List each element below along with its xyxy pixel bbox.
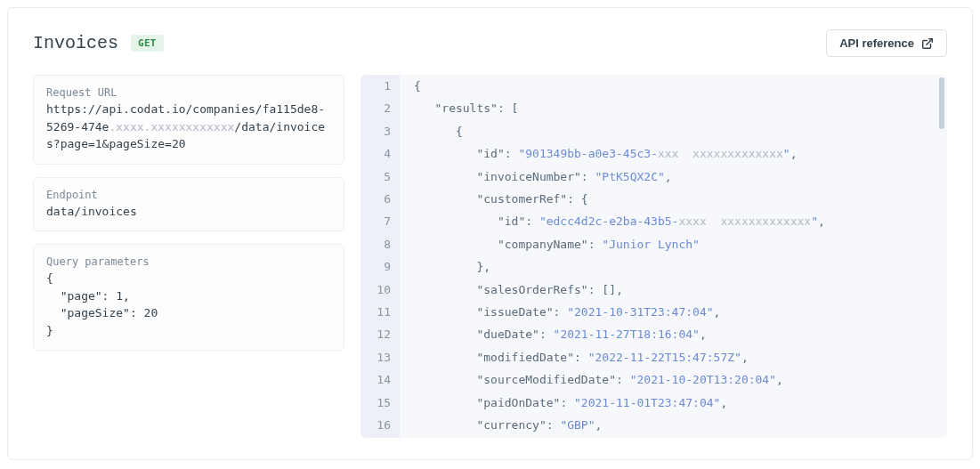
line-number: 7 [360,210,391,232]
query-params-card: Query parameters { "page": 1, "pageSize"… [33,244,344,351]
line-number: 9 [360,255,391,278]
endpoint-card: Endpoint data/invoices [33,177,344,232]
code-line: "sourceModifiedDate": "2021-10-20T13:20:… [414,368,940,391]
code-line: "dueDate": "2021-11-27T18:16:04", [414,323,940,345]
endpoint-label: Endpoint [46,189,331,201]
line-number: 15 [360,392,391,414]
left-column: Request URL https://api.codat.io/compani… [33,75,344,438]
code-line: }, [414,255,940,278]
code-line: "issueDate": "2021-10-31T23:47:04", [414,301,940,323]
code-line: { [414,120,940,142]
line-number: 6 [360,188,391,210]
header-left: Invoices GET [33,33,164,53]
line-number: 10 [360,279,391,301]
code-line: "invoiceNumber": "PtK5QX2C", [414,166,940,188]
page-title: Invoices [33,33,118,53]
query-params-value: { "page": 1, "pageSize": 20 } [46,270,331,339]
method-badge: GET [131,35,164,52]
code-line: "id": "901349bb-a0e3-45c3-xxx xxxxxxxxxx… [414,142,940,165]
request-url-value: https://api.codat.io/companies/fa115de8-… [46,101,331,153]
endpoint-value: data/invoices [46,203,331,221]
response-panel: 12345678910111213141516 { "results": [ {… [360,75,947,438]
line-number: 3 [360,120,391,142]
code-line: "customerRef": { [414,188,940,210]
line-number: 5 [360,166,391,188]
code-view[interactable]: 12345678910111213141516 { "results": [ {… [360,75,947,438]
line-number: 14 [360,368,391,391]
code-line: "currency": "GBP", [414,414,940,436]
request-url-card: Request URL https://api.codat.io/compani… [33,75,344,165]
redacted-segment: .xxxx.xxxxxxxxxxxx [109,120,234,133]
line-number: 1 [360,75,391,97]
line-number: 11 [360,301,391,323]
line-number: 12 [360,323,391,345]
code-line: "salesOrderRefs": [], [414,279,940,301]
scrollbar-thumb[interactable] [939,77,944,129]
svg-line-0 [927,38,932,44]
header: Invoices GET API reference [33,29,947,57]
code-line: { [414,75,940,97]
line-number: 8 [360,233,391,255]
query-params-label: Query parameters [46,255,331,268]
request-url-label: Request URL [46,86,331,99]
line-number: 4 [360,142,391,165]
line-number: 16 [360,414,391,436]
code-lines: { "results": [ { "id": "901349bb-a0e3-45… [400,75,940,438]
api-reference-label: API reference [839,36,914,50]
api-reference-button[interactable]: API reference [826,29,947,57]
line-gutter: 12345678910111213141516 [360,75,400,438]
external-link-icon [921,37,934,50]
code-line: "companyName": "Junior Lynch" [414,233,940,255]
code-line: "results": [ [414,97,940,119]
line-number: 2 [360,97,391,119]
code-line: "modifiedDate": "2022-11-22T15:47:57Z", [414,346,940,368]
api-panel: Invoices GET API reference Request URL h… [7,7,973,460]
line-number: 13 [360,346,391,368]
code-line: "id": "edcc4d2c-e2ba-43b5-xxxx xxxxxxxxx… [414,210,940,232]
code-line: "paidOnDate": "2021-11-01T23:47:04", [414,392,940,414]
main: Request URL https://api.codat.io/compani… [33,75,947,438]
